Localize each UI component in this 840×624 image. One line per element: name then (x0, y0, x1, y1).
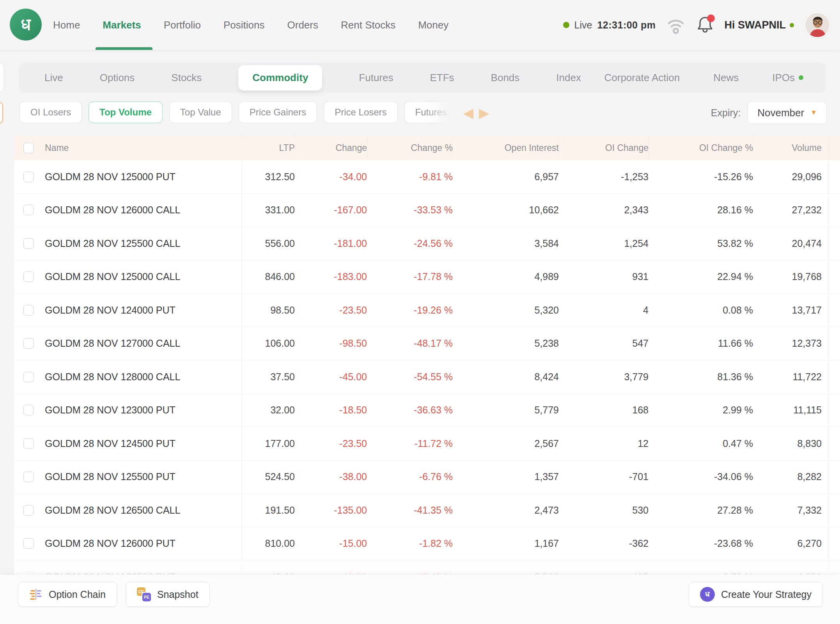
nav-item-rent-stocks[interactable]: Rent Stocks (341, 19, 395, 31)
expiry-caret-icon: ▼ (810, 109, 817, 117)
cell-open-interest: 8,424 (453, 360, 559, 394)
tab-news[interactable]: News (713, 72, 739, 84)
table-row[interactable]: GOLDM 28 NOV 125500 CALL 556.00 -181.00 … (14, 227, 840, 261)
table-row[interactable]: GOLDM 28 NOV 123500 PUT 43.00 -40.00 -45… (14, 560, 840, 575)
cell-ltp: 331.00 (242, 194, 295, 227)
table-row[interactable]: GOLDM 28 NOV 127000 CALL 106.00 -98.50 -… (14, 327, 840, 361)
table-row[interactable]: GOLDM 28 NOV 123000 PUT 32.00 -18.50 -36… (14, 394, 840, 427)
tab-options[interactable]: Options (100, 72, 135, 84)
header-cell-open-interest[interactable]: Open Interest (453, 136, 559, 160)
row-checkbox[interactable] (23, 238, 34, 249)
tab-live[interactable]: Live (44, 72, 63, 84)
expiry-dropdown[interactable]: November ▼ (748, 101, 827, 124)
row-checkbox[interactable] (23, 338, 34, 349)
tab-index[interactable]: Index (556, 72, 581, 84)
option-chain-button[interactable]: Option Chain (18, 582, 117, 607)
strategy-icon-glyph: ध (705, 590, 709, 599)
chip-top-value[interactable]: Top Value (169, 101, 232, 123)
user-greeting[interactable]: Hi SWAPNIL (724, 19, 794, 31)
cell-oi-change: 3,779 (559, 360, 649, 394)
table-row[interactable]: GOLDM 28 NOV 124500 PUT 177.00 -23.50 -1… (14, 427, 840, 461)
row-checkbox[interactable] (23, 538, 34, 549)
chip-price-losers[interactable]: Price Losers (324, 101, 397, 123)
table-row[interactable]: GOLDM 28 NOV 125000 PUT 312.50 -34.00 -9… (14, 160, 840, 194)
cell-change: -181.00 (295, 227, 367, 260)
cell-open-interest: 3,584 (453, 227, 559, 260)
row-checkbox[interactable] (23, 172, 34, 182)
row-checkbox[interactable] (23, 505, 34, 516)
dhan-logo-icon[interactable]: ध (10, 9, 42, 41)
notifications-bell-icon[interactable] (696, 15, 714, 35)
table-row[interactable]: GOLDM 28 NOV 125000 CALL 846.00 -183.00 … (14, 261, 840, 294)
create-strategy-label: Create Your Strategy (721, 589, 812, 600)
avatar[interactable] (804, 12, 831, 38)
user-online-dot (790, 23, 794, 27)
chip-price-gainers[interactable]: Price Gainers (239, 101, 317, 123)
header-cell-oi-change[interactable]: OI Change (559, 136, 649, 160)
cell-instrument-name: GOLDM 28 NOV 126000 CALL (45, 204, 180, 216)
cell-open-interest: 1,167 (453, 527, 559, 560)
tab-futures[interactable]: Futures (359, 72, 393, 84)
row-checkbox[interactable] (23, 372, 34, 382)
row-checkbox[interactable] (23, 572, 34, 575)
header-cell-change-pct[interactable]: Change % (367, 136, 453, 160)
table-row[interactable]: GOLDM 28 NOV 126000 PUT 810.00 -15.00 -1… (14, 527, 840, 561)
create-strategy-button[interactable]: ध Create Your Strategy (689, 582, 823, 607)
row-checkbox[interactable] (23, 271, 34, 282)
select-all-checkbox[interactable] (23, 143, 34, 153)
tab-commodity[interactable]: Commodity (238, 65, 322, 90)
cell-volume: 29,096 (753, 160, 822, 193)
cell-oi-change-pct: 28.16 % (649, 194, 753, 227)
cell-change-pct: -11.72 % (367, 427, 453, 460)
header-cell-oi-change-pct[interactable]: OI Change % (649, 136, 753, 160)
snapshot-label: Snapshot (157, 589, 198, 600)
nav-item-portfolio[interactable]: Portfolio (164, 19, 201, 31)
cell-change: -183.00 (295, 261, 367, 294)
cell-open-interest: 1,357 (453, 461, 559, 494)
table-row[interactable]: GOLDM 28 NOV 126000 CALL 331.00 -167.00 … (14, 194, 840, 227)
option-chain-label: Option Chain (49, 589, 106, 600)
expiry-label: Expiry: (711, 107, 741, 119)
cell-change: -23.50 (295, 294, 367, 327)
header-cell-ltp[interactable]: LTP (242, 136, 295, 160)
nav-item-home[interactable]: Home (53, 19, 80, 31)
scrollbar-track-rule (829, 136, 829, 575)
header-cell-volume[interactable]: Volume (753, 136, 822, 160)
tab-bonds[interactable]: Bonds (491, 72, 520, 84)
pe-badge: PE (142, 593, 151, 601)
chip-top-volume[interactable]: Top Volume (89, 101, 163, 123)
cell-change-pct: -24.56 % (367, 227, 453, 260)
row-checkbox[interactable] (23, 305, 34, 316)
cell-name-group: GOLDM 28 NOV 127000 CALL (14, 327, 242, 360)
tab-stocks[interactable]: Stocks (171, 72, 202, 84)
row-checkbox[interactable] (23, 472, 34, 482)
live-label: Live (574, 20, 592, 31)
row-checkbox[interactable] (23, 405, 34, 415)
nav-item-positions[interactable]: Positions (223, 19, 265, 31)
tab-ipos[interactable]: IPOs (772, 72, 803, 84)
table-row[interactable]: GOLDM 28 NOV 126500 CALL 191.50 -135.00 … (14, 494, 840, 527)
nav-item-orders[interactable]: Orders (287, 19, 318, 31)
chevron-right-icon[interactable]: ▶ (479, 106, 489, 119)
tab-etfs[interactable]: ETFs (430, 72, 454, 84)
ipo-live-dot (799, 75, 803, 80)
cell-instrument-name: GOLDM 28 NOV 127000 CALL (45, 338, 180, 349)
cell-oi-change-pct: 0.08 % (649, 294, 753, 327)
table-row[interactable]: GOLDM 28 NOV 124000 PUT 98.50 -23.50 -19… (14, 294, 840, 327)
filter-chips: OI Losers Top Volume Top Value Price Gai… (19, 101, 447, 123)
row-checkbox[interactable] (23, 205, 34, 215)
snapshot-button[interactable]: CE PE Snapshot (126, 582, 210, 607)
cell-volume: 19,768 (753, 261, 822, 294)
row-checkbox[interactable] (23, 438, 34, 449)
header-cell-change[interactable]: Change (295, 136, 367, 160)
table-row[interactable]: GOLDM 28 NOV 128000 CALL 37.50 -45.00 -5… (14, 360, 840, 394)
table-row[interactable]: GOLDM 28 NOV 125500 PUT 524.50 -38.00 -6… (14, 461, 840, 494)
chevron-left-icon[interactable]: ◀ (463, 106, 473, 119)
chip-oi-losers[interactable]: OI Losers (19, 101, 82, 123)
live-status-dot (563, 22, 569, 28)
nav-item-markets[interactable]: Markets (103, 19, 141, 31)
nav-item-money[interactable]: Money (418, 19, 448, 31)
tab-corporate-action[interactable]: Corporate Action (604, 72, 680, 84)
live-clock: 12:31:00 pm (597, 20, 656, 31)
cell-open-interest: 2,567 (453, 427, 559, 460)
